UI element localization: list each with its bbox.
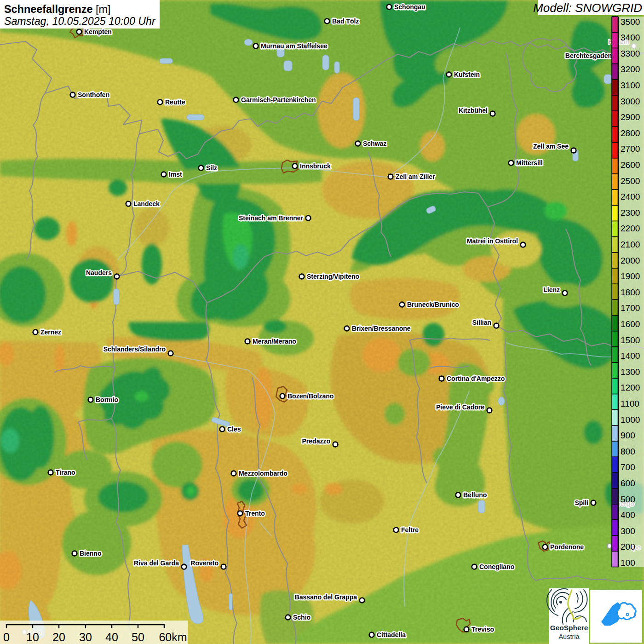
svg-text:100: 100 — [621, 558, 635, 568]
svg-text:Matrei in Osttirol: Matrei in Osttirol — [467, 237, 518, 245]
svg-text:50: 50 — [132, 631, 144, 644]
svg-text:1800: 1800 — [621, 288, 640, 297]
svg-text:Schlanders/Silandro: Schlanders/Silandro — [104, 345, 166, 353]
svg-text:300: 300 — [621, 526, 635, 536]
svg-text:1200: 1200 — [621, 383, 640, 392]
svg-text:60km: 60km — [159, 631, 187, 644]
svg-text:Garmisch-Partenkirchen: Garmisch-Partenkirchen — [241, 96, 316, 104]
svg-text:Mezzolombardo: Mezzolombardo — [239, 470, 288, 477]
svg-text:800: 800 — [621, 447, 635, 456]
svg-text:1900: 1900 — [621, 271, 640, 281]
svg-text:Schio: Schio — [293, 614, 310, 621]
svg-text:Meran/Merano: Meran/Merano — [253, 338, 296, 345]
svg-text:Innsbruck: Innsbruck — [300, 162, 331, 170]
svg-text:3000: 3000 — [621, 97, 640, 106]
svg-text:Cortina d'Ampezzo: Cortina d'Ampezzo — [447, 375, 505, 382]
svg-text:Bozen/Bolzano: Bozen/Bolzano — [288, 392, 334, 400]
svg-text:500: 500 — [621, 494, 635, 504]
svg-text:2500: 2500 — [621, 176, 640, 186]
svg-text:2600: 2600 — [621, 160, 640, 170]
svg-text:Zell am See: Zell am See — [533, 143, 569, 150]
svg-text:Reutte: Reutte — [165, 98, 185, 106]
svg-text:2100: 2100 — [621, 240, 640, 249]
svg-text:Bad Tölz: Bad Tölz — [332, 17, 359, 25]
svg-text:3200: 3200 — [621, 64, 640, 74]
svg-text:Belluno: Belluno — [463, 491, 487, 499]
svg-text:Brixen/Bressanone: Brixen/Bressanone — [352, 325, 411, 332]
svg-text:20: 20 — [52, 631, 65, 644]
svg-text:Imst: Imst — [169, 171, 182, 178]
svg-text:Schneefallgrenze [m]: Schneefallgrenze [m] — [4, 3, 110, 15]
svg-text:3100: 3100 — [621, 80, 640, 90]
svg-text:1100: 1100 — [621, 399, 639, 408]
svg-text:Steinach am Brenner: Steinach am Brenner — [239, 214, 304, 222]
svg-text:Samstag, 10.05.2025 10:00 Uhr: Samstag, 10.05.2025 10:00 Uhr — [4, 15, 156, 27]
svg-text:2300: 2300 — [621, 208, 640, 218]
svg-text:Pieve di Cadore: Pieve di Cadore — [436, 403, 484, 411]
svg-text:700: 700 — [621, 462, 635, 472]
svg-text:Treviso: Treviso — [472, 626, 494, 633]
svg-text:Zell am Ziller: Zell am Ziller — [396, 173, 435, 180]
svg-text:Lienz: Lienz — [543, 286, 560, 293]
svg-text:1400: 1400 — [621, 351, 640, 361]
svg-text:3300: 3300 — [621, 49, 640, 58]
svg-text:1500: 1500 — [621, 335, 640, 345]
svg-text:Zernez: Zernez — [40, 328, 61, 336]
svg-text:Schwaz: Schwaz — [363, 140, 386, 147]
svg-text:40: 40 — [105, 631, 118, 644]
svg-text:Sterzing/Vipiteno: Sterzing/Vipiteno — [307, 273, 359, 280]
svg-text:Trento: Trento — [245, 510, 265, 517]
svg-text:1600: 1600 — [621, 319, 640, 329]
svg-text:Cles: Cles — [227, 426, 241, 433]
svg-text:3500: 3500 — [621, 17, 640, 27]
svg-text:Austria: Austria — [558, 633, 580, 640]
svg-text:2200: 2200 — [621, 224, 640, 233]
svg-text:2800: 2800 — [621, 128, 640, 138]
svg-text:900: 900 — [621, 431, 635, 440]
svg-text:Silz: Silz — [206, 164, 217, 172]
svg-text:30: 30 — [79, 631, 92, 644]
svg-text:Predazzo: Predazzo — [302, 437, 330, 445]
svg-text:Sonthofen: Sonthofen — [78, 91, 109, 98]
svg-text:Mittersill: Mittersill — [516, 159, 543, 167]
svg-text:Berchtesgaden: Berchtesgaden — [565, 52, 612, 59]
svg-text:Murnau am Staffelsee: Murnau am Staffelsee — [261, 42, 328, 50]
svg-text:600: 600 — [621, 478, 635, 488]
svg-text:2900: 2900 — [621, 112, 640, 122]
svg-text:Pordenone: Pordenone — [550, 543, 584, 551]
svg-text:Schongau: Schongau — [394, 3, 426, 11]
svg-text:Modell: SNOWGRID: Modell: SNOWGRID — [533, 1, 642, 15]
svg-text:1000: 1000 — [621, 415, 640, 425]
svg-text:2400: 2400 — [621, 192, 640, 201]
svg-text:10: 10 — [26, 631, 39, 644]
svg-text:Cittadella: Cittadella — [377, 631, 406, 638]
svg-text:Landeck: Landeck — [133, 200, 160, 207]
svg-text:Spili: Spili — [575, 499, 588, 506]
svg-text:1300: 1300 — [621, 367, 640, 377]
svg-text:2000: 2000 — [621, 256, 640, 265]
svg-text:3400: 3400 — [621, 33, 640, 42]
svg-text:200: 200 — [621, 542, 635, 552]
svg-text:Feltre: Feltre — [401, 526, 419, 534]
svg-text:0: 0 — [3, 631, 10, 644]
svg-text:Riva del Garda: Riva del Garda — [134, 559, 179, 567]
svg-text:Bienno: Bienno — [80, 550, 101, 557]
svg-text:Kitzbühel: Kitzbühel — [459, 107, 488, 114]
svg-text:Bruneck/Brunico: Bruneck/Brunico — [407, 301, 459, 308]
svg-text:1700: 1700 — [621, 303, 640, 313]
svg-text:2700: 2700 — [621, 144, 640, 154]
svg-text:Kufstein: Kufstein — [454, 71, 480, 78]
svg-text:GeoSphere: GeoSphere — [550, 624, 588, 632]
svg-text:Bassano del Grappa: Bassano del Grappa — [295, 593, 357, 601]
svg-text:400: 400 — [621, 510, 635, 520]
svg-text:Nauders: Nauders — [86, 269, 112, 276]
svg-text:Conegliano: Conegliano — [479, 563, 514, 570]
svg-text:Tirano: Tirano — [56, 469, 75, 476]
svg-text:Sillian: Sillian — [472, 319, 491, 326]
svg-text:Kempten: Kempten — [84, 28, 112, 35]
svg-text:Rovereto: Rovereto — [190, 559, 218, 567]
svg-text:Bormio: Bormio — [96, 396, 118, 403]
